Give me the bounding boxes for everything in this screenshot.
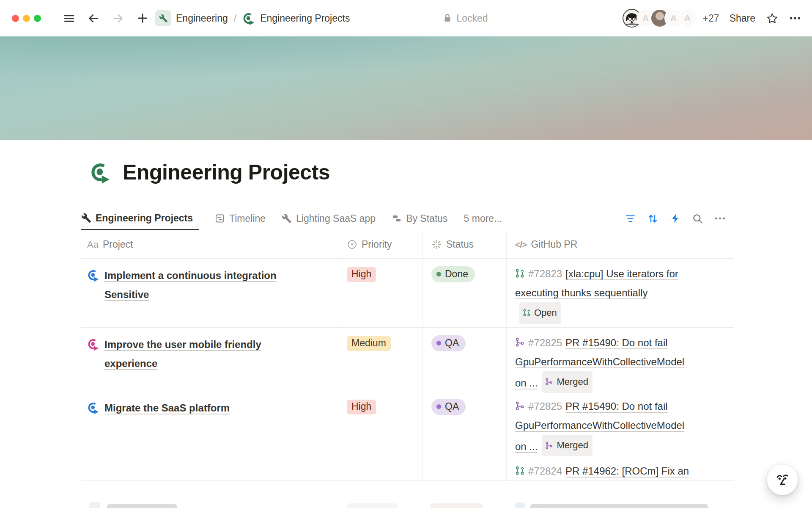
breadcrumb: Engineering / Engineering Projects: [155, 10, 350, 26]
pr-merged-icon: [515, 337, 525, 348]
priority-badge[interactable]: High: [347, 267, 376, 282]
tab-label: Lighting SaaS app: [296, 213, 376, 224]
text-property-icon: Aa: [87, 239, 99, 250]
pr-number: #72825: [528, 337, 562, 348]
pr-merged-icon: [515, 401, 525, 411]
teamspace-wrench-icon[interactable]: [155, 10, 171, 26]
project-title-link[interactable]: Improve the user mobile friendly experie…: [104, 335, 286, 373]
breadcrumb-separator: /: [234, 13, 236, 24]
code-property-icon: </>: [515, 240, 527, 250]
more-views-button[interactable]: 5 more...: [464, 213, 502, 224]
tab-lighting-saas-app[interactable]: Lighting SaaS app: [282, 207, 376, 230]
priority-badge[interactable]: Medium: [347, 336, 391, 351]
pr-state-pill[interactable]: Open: [519, 302, 561, 324]
locked-indicator[interactable]: Locked: [442, 13, 488, 24]
tab-by-status[interactable]: By Status: [392, 207, 447, 230]
new-page-icon[interactable]: [137, 12, 148, 24]
column-label: GitHub PR: [531, 239, 577, 250]
table-header-row: Aa Project Priority Status: [81, 231, 734, 259]
project-cycle-icon: [87, 401, 100, 414]
back-icon[interactable]: [88, 12, 99, 24]
project-title-link[interactable]: Migrate the SaaS platform: [104, 398, 230, 417]
column-header-priority[interactable]: Priority: [338, 231, 423, 258]
project-cycle-icon: [89, 502, 100, 508]
window-toolbar: Engineering / Engineering Projects Locke…: [0, 0, 812, 36]
status-dot: [436, 404, 441, 409]
database-view-tabs: Engineering Projects Timeline Lighting S…: [81, 207, 734, 230]
pr-state-label: Merged: [557, 372, 588, 391]
page-cycle-icon: [242, 12, 255, 25]
presence-overflow-count[interactable]: +27: [703, 13, 719, 24]
breadcrumb-teamspace[interactable]: Engineering: [176, 13, 228, 24]
status-badge[interactable]: QA: [431, 399, 466, 415]
pr-state-pill[interactable]: Open: [604, 480, 646, 481]
minimize-window-button[interactable]: [23, 15, 30, 22]
ai-face-icon: [774, 472, 790, 488]
tab-label: Timeline: [229, 213, 266, 224]
traffic-lights: [12, 15, 41, 22]
pr-number: #72825: [528, 400, 562, 412]
status-label: QA: [445, 337, 459, 349]
github-pr-entry: #72825PR #15490: Do not fail GpuPerforma…: [515, 397, 689, 456]
project-cycle-icon: [87, 338, 100, 351]
board-icon: [392, 213, 402, 224]
pr-icon-placeholder: [515, 502, 525, 508]
notion-window: Engineering / Engineering Projects Locke…: [0, 0, 812, 508]
pr-state-label: Open: [534, 303, 557, 322]
project-cycle-icon: [87, 269, 100, 282]
priority-badge-placeholder: [347, 503, 398, 508]
status-badge[interactable]: QA: [431, 335, 466, 351]
pr-state-pill[interactable]: Merged: [542, 371, 593, 393]
view-options-more-icon[interactable]: [714, 213, 726, 224]
sidebar-menu-icon[interactable]: [63, 12, 75, 24]
page-title[interactable]: Engineering Projects: [123, 160, 330, 185]
github-pr-entry: #72825PR #15490: Do not fail GpuPerforma…: [515, 333, 689, 393]
pr-open-icon: [515, 268, 525, 279]
automation-lightning-icon[interactable]: [669, 213, 681, 224]
timeline-icon: [215, 213, 225, 224]
tab-label: Engineering Projects: [96, 213, 193, 224]
pr-number: #72823: [528, 268, 562, 279]
project-title-link[interactable]: Implement a continuous integration Sensi…: [104, 266, 286, 304]
table-row: Improve the user mobile friendly experie…: [81, 328, 734, 391]
status-label: QA: [445, 401, 459, 412]
sort-icon[interactable]: [647, 213, 658, 224]
status-badge[interactable]: Done: [431, 266, 475, 282]
tab-label: By Status: [406, 213, 447, 224]
column-header-project[interactable]: Aa Project: [81, 231, 338, 258]
toolbar-more-icon[interactable]: [789, 12, 801, 24]
column-label: Priority: [362, 239, 392, 250]
pr-open-icon: [515, 466, 525, 476]
priority-badge[interactable]: High: [347, 400, 376, 414]
column-header-github-pr[interactable]: </> GitHub PR: [507, 231, 734, 258]
tab-engineering-projects[interactable]: Engineering Projects: [81, 207, 199, 230]
favorite-star-icon[interactable]: [766, 12, 778, 24]
search-icon[interactable]: [692, 213, 703, 224]
presence-avatars[interactable]: A A A: [623, 9, 697, 28]
locked-label: Locked: [456, 13, 488, 24]
avatar[interactable]: A: [678, 9, 697, 28]
breadcrumb-page[interactable]: Engineering Projects: [260, 13, 350, 24]
filter-icon[interactable]: [625, 213, 636, 224]
pr-number: #72824: [528, 465, 562, 477]
pr-state-pill[interactable]: Merged: [542, 435, 593, 456]
page-cover-image[interactable]: [0, 36, 812, 140]
status-badge-placeholder: [430, 503, 483, 508]
project-title-placeholder: [107, 504, 177, 508]
select-property-icon: [347, 239, 357, 250]
pr-merged-icon: [545, 378, 554, 386]
tab-timeline[interactable]: Timeline: [215, 207, 266, 230]
share-button[interactable]: Share: [730, 13, 755, 24]
forward-icon[interactable]: [112, 12, 124, 24]
pr-open-icon: [523, 309, 531, 317]
ai-assistant-button[interactable]: [767, 464, 798, 495]
table-row: Migrate the SaaS platform High QA #72825…: [81, 391, 734, 481]
lock-icon: [442, 13, 453, 23]
github-pr-entry: #72823[xla:cpu] Use iterators for execut…: [515, 264, 689, 324]
column-header-status[interactable]: Status: [423, 231, 507, 258]
close-window-button[interactable]: [12, 15, 19, 22]
zoom-window-button[interactable]: [34, 15, 41, 22]
status-label: Done: [445, 268, 468, 280]
pr-title-placeholder: [530, 504, 708, 508]
page-title-cycle-icon[interactable]: [90, 161, 112, 183]
